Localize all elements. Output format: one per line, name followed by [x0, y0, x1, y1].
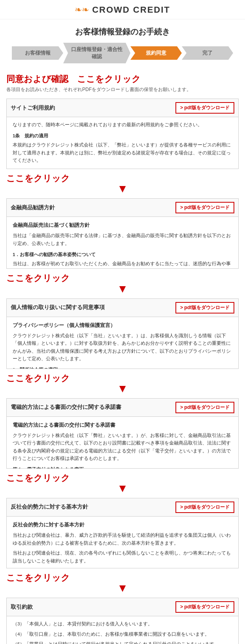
doc-title-6: 取引約款 — [11, 604, 171, 611]
doc-header-6: 取引約款 > pdf版をダウンロード — [7, 598, 238, 616]
doc-section-4: 電磁的方法による書面の交付に関する承諾書 > pdf版をダウンロード 電磁的方法… — [6, 398, 239, 469]
doc-content-5: 反社会的勢力に対する基本方針 当社および関連会社は、暴力、威力と詐欺的手法を駆使… — [7, 517, 238, 568]
doc-section-3: 個人情報の取り扱いに関する同意事項 > pdf版をダウンロード プライバシーポリ… — [6, 298, 239, 369]
annotation-2: ここをクリック — [6, 272, 70, 284]
download-btn-1[interactable]: > pdf版をダウンロード — [175, 102, 234, 114]
doc-para: 本規約はクラウドクレジット株式会社（以下、「弊社」といいます）が提供する各種サー… — [13, 141, 234, 165]
arrow-4: ▼ — [6, 483, 239, 494]
step-label-3: 規約同意 — [146, 49, 166, 57]
download-btn-6[interactable]: > pdf版をダウンロード — [175, 601, 234, 613]
doc-para: （4）「取引口座」とは、本取引のために、お客様が集積事業者に開設する口座をいいま… — [13, 631, 234, 638]
download-btn-2[interactable]: > pdf版をダウンロード — [175, 202, 234, 213]
step-customer-info: お客様情報 — [12, 46, 63, 60]
doc-header-5: 反社会的勢力に対する基本方針 > pdf版をダウンロード — [7, 498, 238, 517]
doc-content-title-3: プライバシーポリシー（個人情報保護宣言） — [13, 321, 234, 330]
doc-content-title-5: 反社会的勢力に対する基本方針 — [13, 521, 234, 529]
step-label-2: 口座情報登録・適合性確認 — [70, 46, 123, 60]
doc-para: クラウドクレジット株式会社（以下「当社」といいます。）は、お客様個人を識別しうる… — [13, 332, 234, 363]
doc-para: 1．暴力団2．暴力団員3．暴力団準構成員4．暴力団関係企業 — [13, 567, 234, 568]
step-complete: 完了 — [182, 46, 233, 60]
doc-content-wrap-4: 電磁的方法による書面の交付に関する承諾書 クラウドクレジット株式会社（以下「弊社… — [7, 417, 238, 468]
doc-content-2: 金融商品販売法に基づく勧誘方針 当社は「金融商品の販売等に関する法律」に基づき、… — [7, 217, 238, 268]
logo-icon: ❧❧ — [75, 5, 89, 15]
doc-content-title-4: 電磁的方法による書面の交付に関する承諾書 — [13, 421, 234, 429]
doc-title-5: 反社会的勢力に対する基本方針 — [11, 503, 171, 511]
doc-para: 2条 会員登録の際の注意事項 — [13, 168, 234, 169]
download-btn-5[interactable]: > pdf版をダウンロード — [175, 502, 234, 513]
doc-para: 第１ 電子交付の対象となる書面 — [13, 466, 234, 468]
doc-section-5: 反社会的勢力に対する基本方針 > pdf版をダウンロード 反社会的勢力に対する基… — [6, 498, 239, 568]
arrow-2: ▼ — [6, 283, 239, 294]
download-btn-4[interactable]: > pdf版をダウンロード — [175, 402, 234, 413]
doc-para: 当社および関連会社は、現在、次の各号のいずれにも関係しないことを表明し、かつ将来… — [13, 549, 234, 565]
doc-content-wrap-2: 金融商品販売法に基づく勧誘方針 当社は「金融商品の販売等に関する法律」に基づき、… — [7, 217, 238, 268]
annot-3: ここをクリック ▼ — [0, 373, 245, 394]
doc-content-wrap-6: （3）「本個人人」とは、本貸付契約における借入人をいいます。 （4）「取引口座」… — [7, 616, 238, 644]
annotation-3: ここをクリック — [6, 372, 70, 384]
doc-para: 当社および関連会社は、暴力、威力と詐欺的手法を駆使して経済的利益を追求する集団又… — [13, 532, 234, 547]
doc-title-4: 電磁的方法による書面の交付に関する承諾書 — [11, 404, 171, 411]
doc-para: 1条 規約の適用 — [13, 132, 234, 140]
annotation-1: ここをクリック — [6, 173, 70, 184]
doc-content-3: プライバシーポリシー（個人情報保護宣言） クラウドクレジット株式会社（以下「当社… — [7, 317, 238, 369]
download-btn-3[interactable]: > pdf版をダウンロード — [175, 302, 234, 313]
step-label-1: お客様情報 — [25, 49, 51, 57]
doc-para: （3）「本個人人」とは、本貸付契約における借入人をいいます。 — [13, 620, 234, 628]
annotation-4: ここをクリック — [6, 472, 70, 484]
doc-content-title-2: 金融商品販売法に基づく勧誘方針 — [13, 221, 234, 230]
doc-section-2: 金融商品勧誘方針 > pdf版をダウンロード 金融商品販売法に基づく勧誘方針 当… — [6, 198, 239, 269]
doc-title-1: サイトご利用規約 — [11, 104, 171, 112]
doc-content-4: 電磁的方法による書面の交付に関する承諾書 クラウドクレジット株式会社（以下「弊社… — [7, 417, 238, 468]
section-header: 同意および確認 ここをクリック 各項目をお読みいただき、それぞれPDFをダウンロ… — [0, 71, 245, 95]
doc-header-3: 個人情報の取り扱いに関する同意事項 > pdf版をダウンロード — [7, 299, 238, 317]
annot-4: ここをクリック ▼ — [0, 473, 245, 494]
doc-title-3: 個人情報の取り扱いに関する同意事項 — [11, 304, 171, 311]
step-terms: 規約同意 — [130, 46, 182, 60]
doc-para: （5）「営業日」とは日時において銀行が各担当として定められる日以外の日のことをい… — [13, 640, 234, 644]
section-desc: 各項目をお読みいただき、それぞれPDFをダウンロードし書面の保管をお願いします。 — [6, 86, 239, 93]
doc-para: 当社は、お客様が初めてお取引いただくため、金融商品をお勧めするに当たっては、迷惑… — [13, 260, 234, 268]
doc-content-1: なりますので、随時本ページに掲載されておりますの最新の利用規約をご参照ください。… — [7, 117, 238, 169]
doc-para: 1．関係法令等の遵守 — [13, 366, 234, 369]
page-title: お客様情報登録のお手続き — [0, 19, 245, 43]
logo: ❧❧ CROWD CREDIT — [0, 5, 245, 15]
arrow-5: ▼ — [6, 583, 239, 594]
doc-section-6: 取引約款 > pdf版をダウンロード （3）「本個人人」とは、本貸付契約における… — [6, 598, 239, 644]
doc-title-2: 金融商品勧誘方針 — [11, 204, 171, 211]
doc-header-1: サイトご利用規約 > pdf版をダウンロード — [7, 99, 238, 117]
header: ❧❧ CROWD CREDIT — [0, 0, 245, 19]
annot-1: ここをクリック ▼ — [0, 173, 245, 194]
annot-5: ここをクリック ▼ — [0, 572, 245, 594]
doc-content-wrap-3: プライバシーポリシー（個人情報保護宣言） クラウドクレジット株式会社（以下「当社… — [7, 317, 238, 369]
doc-para: クラウドクレジット株式会社（以下「弊社」といいます。）が、お客様に対して、金融商… — [13, 432, 234, 463]
doc-para: 1．お客様への勧誘の基本姿勢について — [13, 251, 234, 259]
doc-para: 当社は「金融商品の販売等に関する法律」に基づき、金融商品の販売等に関する勧誘方針… — [13, 232, 234, 247]
doc-header-2: 金融商品勧誘方針 > pdf版をダウンロード — [7, 199, 238, 217]
doc-content-6: （3）「本個人人」とは、本貸付契約における借入人をいいます。 （4）「取引口座」… — [7, 616, 238, 644]
annotation-section-title: 同意および確認 ここをクリック — [6, 74, 239, 85]
logo-text: CROWD CREDIT — [92, 5, 170, 15]
doc-para: なりますので、随時本ページに掲載されておりますの最新の利用規約をご参照ください。 — [13, 121, 234, 129]
doc-content-wrap-5: 反社会的勢力に対する基本方針 当社および関連会社は、暴力、威力と詐欺的手法を駆使… — [7, 517, 238, 568]
step-label-4: 完了 — [202, 49, 213, 57]
step-account-info: 口座情報登録・適合性確認 — [63, 43, 130, 63]
doc-header-4: 電磁的方法による書面の交付に関する承諾書 > pdf版をダウンロード — [7, 399, 238, 417]
doc-content-wrap-1: なりますので、随時本ページに掲載されておりますの最新の利用規約をご参照ください。… — [7, 117, 238, 169]
arrow-1: ▼ — [6, 183, 239, 194]
doc-section-1: サイトご利用規約 > pdf版をダウンロード なりますので、随時本ページに掲載さ… — [6, 99, 239, 169]
step-indicator: お客様情報 口座情報登録・適合性確認 規約同意 完了 — [12, 43, 233, 63]
annotation-5: ここをクリック — [6, 572, 70, 583]
arrow-3: ▼ — [6, 383, 239, 394]
annot-2: ここをクリック ▼ — [0, 273, 245, 294]
